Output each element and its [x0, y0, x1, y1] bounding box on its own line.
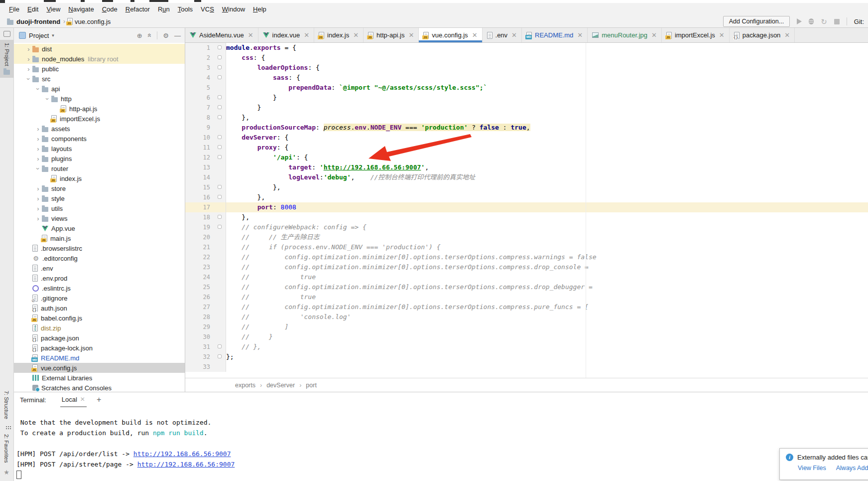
terminal-link[interactable]: http://192.168.66.56:9007	[133, 450, 231, 458]
tab-http-api-js[interactable]: http-api.js✕	[364, 28, 419, 42]
fold-marker-end[interactable]	[218, 354, 222, 358]
menu-view[interactable]: View	[42, 4, 64, 14]
chevron-right-icon[interactable]: ›	[34, 215, 42, 222]
tab-importexcel-js[interactable]: importExcel.js✕	[662, 28, 730, 42]
fold-marker-end[interactable]	[218, 185, 222, 189]
always-add-link[interactable]: Always Add	[836, 465, 868, 472]
locate-file-icon[interactable]: ⊕	[137, 32, 142, 39]
chevron-down-icon[interactable]: ›	[35, 165, 41, 172]
code-editor[interactable]: 1module.exports = {2 css: {3 loaderOptio…	[185, 43, 868, 378]
tab-vue-config-js[interactable]: vue.config.js✕	[419, 28, 482, 42]
tree-row-src[interactable]: ›src	[14, 74, 185, 84]
chevron-right-icon[interactable]: ›	[34, 195, 42, 202]
tree-row-public[interactable]: ›public	[14, 64, 185, 74]
fold-marker-end[interactable]	[218, 195, 222, 199]
editor-breadcrumb-exports[interactable]: exports	[235, 382, 255, 389]
fold-marker-start[interactable]	[218, 225, 222, 229]
chevron-right-icon[interactable]: ›	[25, 66, 32, 72]
tab-env[interactable]: .env✕	[483, 28, 522, 42]
chevron-down-icon[interactable]: ▼	[51, 33, 55, 38]
menu-tools[interactable]: Tools	[174, 4, 197, 14]
close-icon[interactable]: ✕	[577, 31, 583, 39]
chevron-right-icon[interactable]: ›	[34, 156, 42, 162]
structure-grid-icon[interactable]	[6, 426, 7, 427]
fold-marker-end[interactable]	[218, 105, 222, 109]
tree-row-api[interactable]: ›api	[14, 84, 185, 94]
tree-row-dist-zip[interactable]: dist.zip	[14, 323, 185, 333]
close-icon[interactable]: ✕	[651, 31, 657, 39]
coverage-icon[interactable]: ↻	[821, 18, 827, 25]
tree-row-package-json[interactable]: package.json	[14, 333, 185, 343]
collapse-all-icon[interactable]: «	[146, 33, 153, 37]
tree-row-views[interactable]: ›views	[14, 213, 185, 223]
fold-marker-start[interactable]	[218, 75, 222, 79]
tree-row-http[interactable]: ›http	[14, 94, 185, 104]
tree-row-editorconfig[interactable]: ⚙.editorconfig	[14, 253, 185, 263]
stripe-button-7-structure[interactable]: 7: Structure	[0, 388, 13, 422]
fold-marker-end[interactable]	[218, 115, 222, 119]
chevron-right-icon[interactable]: ›	[34, 126, 42, 132]
tree-row-router[interactable]: ›router	[14, 163, 185, 173]
close-icon[interactable]: ✕	[304, 31, 309, 39]
breadcrumb-project[interactable]: duoji-frontend	[16, 18, 60, 25]
tree-row-auth-json[interactable]: auth.json	[14, 303, 185, 313]
chevron-down-icon[interactable]: ›	[44, 95, 51, 103]
run-icon[interactable]	[797, 18, 802, 24]
tree-row-store[interactable]: ›store	[14, 183, 185, 193]
tree-row-gitignore[interactable]: .gitignore	[14, 293, 185, 303]
tree-row-node-modules[interactable]: ›node_moduleslibrary root	[14, 54, 185, 64]
terminal-cursor[interactable]	[16, 471, 21, 479]
view-files-link[interactable]: View Files	[798, 465, 826, 472]
new-terminal-session-icon[interactable]: +	[97, 395, 101, 404]
fold-marker-start[interactable]	[218, 145, 222, 149]
fold-marker-end[interactable]	[218, 95, 222, 99]
chevron-right-icon[interactable]: ›	[25, 56, 32, 62]
menu-navigate[interactable]: Navigate	[64, 4, 98, 14]
favorites-star-icon[interactable]: ★	[0, 469, 13, 476]
tab-index-vue[interactable]: index.vue✕	[258, 28, 315, 42]
tree-row-scratches-and-consoles[interactable]: Scratches and Consoles	[14, 383, 185, 392]
close-icon[interactable]: ✕	[80, 396, 85, 403]
tree-row-index-js[interactable]: index.js	[14, 173, 185, 183]
tree-row-importexcel-js[interactable]: importExcel.js	[14, 114, 185, 124]
tree-row-eslintrc-js[interactable]: .eslintrc.js	[14, 283, 185, 293]
tab-package-json[interactable]: package.json✕	[730, 28, 795, 42]
terminal-tab-local[interactable]: Local ✕	[60, 393, 87, 407]
tree-row-components[interactable]: ›components	[14, 134, 185, 144]
gear-icon[interactable]: ⚙	[163, 32, 169, 39]
stripe-button-1-project[interactable]: 1: Project	[0, 40, 13, 78]
chevron-right-icon[interactable]: ›	[34, 185, 42, 192]
tool-windows-icon[interactable]	[3, 31, 10, 37]
tree-row-main-js[interactable]: main.js	[14, 233, 185, 243]
tree-row-browserslistrc[interactable]: .browserslistrc	[14, 243, 185, 253]
close-icon[interactable]: ✕	[408, 31, 414, 39]
menu-code[interactable]: Code	[98, 4, 122, 14]
tree-row-external-libraries[interactable]: External Libraries	[14, 373, 185, 383]
tree-row-env-prod[interactable]: .env.prod	[14, 273, 185, 283]
fold-marker-start[interactable]	[218, 55, 222, 59]
chevron-down-icon[interactable]: ›	[25, 75, 32, 83]
debug-icon[interactable]	[809, 18, 814, 24]
chevron-down-icon[interactable]: ›	[35, 85, 41, 93]
project-panel-title[interactable]: Project	[29, 32, 49, 39]
menu-window[interactable]: Window	[218, 4, 249, 14]
editor-breadcrumb-devserver[interactable]: devServer	[266, 382, 295, 389]
menu-refactor[interactable]: Refactor	[122, 4, 154, 14]
terminal-link[interactable]: http://192.168.66.56:9007	[137, 461, 235, 468]
chevron-right-icon[interactable]: ›	[25, 46, 32, 52]
add-configuration-button[interactable]: Add Configuration...	[723, 16, 790, 27]
stop-icon[interactable]	[834, 19, 840, 24]
breadcrumb-file[interactable]: vue.config.js	[75, 18, 111, 25]
close-icon[interactable]: ✕	[472, 31, 478, 39]
close-icon[interactable]: ✕	[511, 31, 517, 39]
fold-marker-start[interactable]	[218, 65, 222, 69]
close-icon[interactable]: ✕	[353, 31, 359, 39]
fold-marker-start[interactable]	[218, 45, 222, 49]
tree-row-vue-config-js[interactable]: vue.config.js	[14, 363, 185, 373]
fold-marker-start[interactable]	[218, 155, 222, 159]
close-icon[interactable]: ✕	[719, 31, 725, 39]
menu-help[interactable]: Help	[249, 4, 270, 14]
menu-edit[interactable]: Edit	[23, 4, 42, 14]
tab-readme-md[interactable]: README.md✕	[522, 28, 588, 42]
close-icon[interactable]: ✕	[784, 31, 790, 39]
